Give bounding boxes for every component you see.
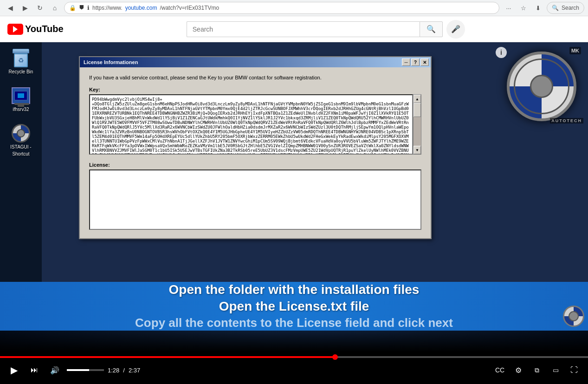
key-label: Key: xyxy=(89,87,421,92)
address-bar[interactable]: 🔒 ⛊ ℹ https://www.youtube.com/watch?v=rI… xyxy=(64,2,499,14)
ifhsrv32-label: ifhsrv32 xyxy=(13,107,29,112)
ifhsrv32-image xyxy=(12,86,30,105)
next-button[interactable]: ⏭ xyxy=(26,362,43,378)
youtube-mic-button[interactable]: 🎤 xyxy=(446,20,465,39)
back-button[interactable]: ◀ xyxy=(4,1,17,14)
url-path: /watch?v=rIEx031TVmo xyxy=(160,5,219,11)
settings-button[interactable]: ⚙ xyxy=(510,362,527,378)
youtube-logo-icon xyxy=(7,24,23,35)
key-field-container: PD94bWwgdmVyc2lvbjOiMS4wIj8+ +DQo8TGljZW… xyxy=(89,94,421,155)
progress-fill xyxy=(0,356,335,358)
video-controls: ▶ ⏭ 🔊 1:28 / 2:37 CC ⚙ ⧉ ▭ ⛶ xyxy=(0,331,588,384)
volume-fill xyxy=(67,369,89,371)
bmw-autotech-text: AUTOTECH xyxy=(550,118,583,124)
recycle-bin-body: ♻ xyxy=(14,53,28,67)
url-display: youtube.com xyxy=(125,5,157,11)
time-separator: / xyxy=(123,367,125,374)
nav-buttons: ◀ ▶ ↻ ⌂ xyxy=(4,1,61,14)
dialog-close-button[interactable]: ✕ xyxy=(420,59,429,66)
miniplayer-button[interactable]: ⧉ xyxy=(529,362,545,378)
dialog-body: If you have a valid service contract, pl… xyxy=(80,67,431,238)
bmw-small-logo-overlay xyxy=(563,306,584,327)
license-dialog: License Informationen ─ ? ✕ If you have … xyxy=(79,56,432,239)
bmw-center-circle xyxy=(530,75,553,98)
search-icon-top: 🔍 xyxy=(552,5,559,11)
theater-button[interactable]: ▭ xyxy=(547,362,564,378)
url-protocol: https://www. xyxy=(92,5,123,11)
youtube-search-bar: 🔍 🎤 xyxy=(187,20,465,39)
key-textarea[interactable]: PD94bWwgdmVyc2lvbjOiMS4wIj8+ +DQo8TGljZW… xyxy=(89,94,413,155)
volume-slider[interactable] xyxy=(67,369,104,371)
lock-icon: 🔒 xyxy=(69,5,76,11)
bookmark-button[interactable]: ☆ xyxy=(517,1,530,14)
captions-button[interactable]: CC xyxy=(491,362,508,378)
overlay-line1: Open the folder with the installation fi… xyxy=(169,282,420,297)
ifhsrv32-icon-desktop[interactable]: ifhsrv32 xyxy=(10,85,32,114)
search-button-top[interactable]: 🔍 Search xyxy=(547,2,584,14)
recycle-bin-icon-desktop[interactable]: ♻ Recycle Bin xyxy=(7,47,35,76)
youtube-search-input[interactable] xyxy=(187,21,420,37)
istagui-label2: Shortcut xyxy=(12,151,29,156)
volume-button[interactable]: 🔊 xyxy=(46,362,63,378)
scroll-down-arrow[interactable]: ▼ xyxy=(414,146,421,154)
istagui-label: ISTAGUI - xyxy=(5,144,37,150)
reload-button[interactable]: ↻ xyxy=(33,1,46,14)
recycle-bin-image: ♻ xyxy=(12,49,30,67)
istagui-icon-desktop[interactable]: ISTAGUI - Shortcut xyxy=(3,122,39,158)
download-button[interactable]: ⬇ xyxy=(532,1,545,14)
video-overlay-banner: Open the folder with the installation fi… xyxy=(0,282,588,331)
info-icon-bar: ℹ xyxy=(87,5,90,11)
toolbar-right: ··· ☆ ⬇ 🔍 Search xyxy=(502,1,584,14)
info-icon-video[interactable]: i xyxy=(496,47,507,58)
time-current: 1:28 xyxy=(108,367,119,374)
scroll-up-arrow[interactable]: ▲ xyxy=(414,95,421,103)
dialog-info-text: If you have a valid service contract, pl… xyxy=(89,75,421,80)
recycle-bin-label: Recycle Bin xyxy=(9,69,33,74)
recycle-bin-lid xyxy=(13,49,29,53)
dialog-title: License Informationen xyxy=(82,59,138,65)
youtube-play-triangle xyxy=(13,26,18,33)
progress-bar[interactable] xyxy=(0,356,588,358)
search-label-top: Search xyxy=(562,5,579,11)
video-area: ♻ Recycle Bin ifhsrv32 xyxy=(0,42,588,384)
key-scrollbar[interactable]: ▲ ▼ xyxy=(413,94,421,155)
bmw-mk-text: MK xyxy=(569,47,581,54)
overlay-line2: Open the License.txt file xyxy=(219,299,369,314)
time-total: 2:37 xyxy=(129,367,140,374)
license-textarea[interactable] xyxy=(89,169,421,230)
progress-thumb xyxy=(332,354,338,360)
security-icon: ⛊ xyxy=(79,5,84,11)
bmw-inner xyxy=(514,59,569,114)
bmw-circle xyxy=(507,52,576,121)
fullscreen-button[interactable]: ⛶ xyxy=(566,362,582,378)
browser-chrome: ◀ ▶ ↻ ⌂ 🔒 ⛊ ℹ https://www.youtube.com/wa… xyxy=(0,0,588,16)
home-button[interactable]: ⌂ xyxy=(48,1,61,14)
controls-row: ▶ ⏭ 🔊 1:28 / 2:37 CC ⚙ ⧉ ▭ ⛶ xyxy=(0,362,588,384)
bmw-small-center xyxy=(569,311,579,321)
overlay-line3: Copy all the contents to the License fie… xyxy=(135,316,453,330)
scroll-track xyxy=(414,103,421,146)
dialog-titlebar: License Informationen ─ ? ✕ xyxy=(80,57,431,67)
youtube-logo[interactable]: YouTube xyxy=(7,24,64,35)
bmw-logo-area: MK AUTOTECH xyxy=(507,52,579,124)
more-button[interactable]: ··· xyxy=(502,1,515,14)
dialog-help-button[interactable]: ? xyxy=(411,59,420,66)
play-button[interactable]: ▶ xyxy=(6,362,22,378)
controls-right: CC ⚙ ⧉ ▭ ⛶ xyxy=(491,362,582,378)
dialog-title-buttons: ─ ? ✕ xyxy=(402,59,429,66)
forward-button[interactable]: ▶ xyxy=(19,1,32,14)
youtube-search-button[interactable]: 🔍 xyxy=(420,21,443,37)
istagui-image xyxy=(12,124,30,143)
youtube-logo-text: YouTube xyxy=(25,24,64,34)
scroll-thumb[interactable] xyxy=(414,103,421,117)
license-label: License: xyxy=(89,162,421,168)
recycle-bin-graphic: ♻ xyxy=(13,49,29,67)
dialog-minimize-button[interactable]: ─ xyxy=(402,59,410,66)
youtube-header: YouTube 🔍 🎤 xyxy=(0,16,588,42)
